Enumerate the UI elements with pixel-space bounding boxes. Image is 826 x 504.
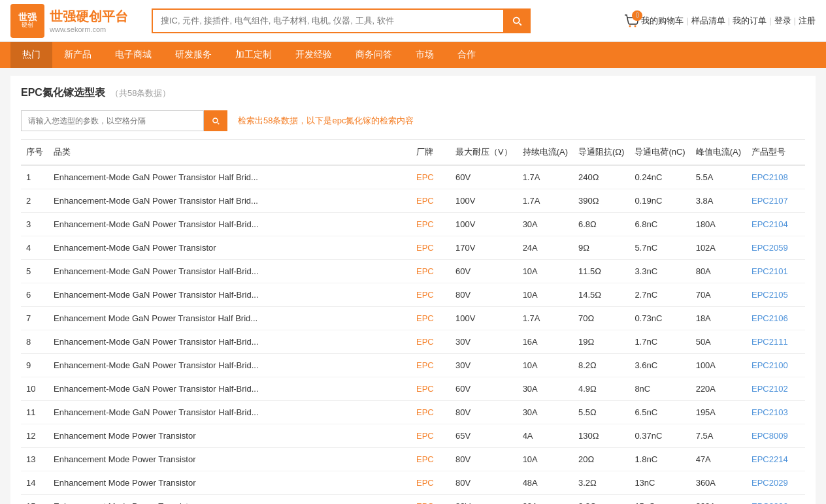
cell-model[interactable]: EPC2100 [746,354,805,377]
cell-resistance: 14.5Ω [573,283,629,307]
cell-brand[interactable]: EPC [411,330,450,354]
nav-item-shop[interactable]: 电子商城 [103,42,163,68]
cell-brand[interactable]: EPC [411,213,450,236]
th-category: 品类 [48,140,411,166]
cell-model[interactable]: EPC2059 [746,236,805,260]
cell-resistance: 5.5Ω [573,401,629,424]
cell-brand[interactable]: EPC [411,471,450,495]
nav-item-new[interactable]: 新产品 [52,42,103,68]
cell-brand[interactable]: EPC [411,260,450,283]
cell-resistance: 6.8Ω [573,213,629,236]
cell-model[interactable]: EPC2108 [746,165,805,189]
nav-item-market[interactable]: 市场 [404,42,446,68]
nav-item-experience[interactable]: 开发经验 [284,42,344,68]
logo-text-main: 世强硬创平台 [50,8,128,25]
cell-model[interactable]: EPC2104 [746,213,805,236]
result-prefix: 检索出 [238,116,263,125]
table-row: 14 Enhancement Mode Power Transistor EPC… [21,471,805,495]
table-row: 12 Enhancement Mode Power Transistor EPC… [21,424,805,448]
cell-model[interactable]: EPC2029 [746,471,805,495]
register-link[interactable]: 注册 [799,15,816,27]
nav-item-rd[interactable]: 研发服务 [163,42,223,68]
th-model: 产品型号 [746,140,805,166]
cell-charge: 1.8nC [629,448,690,471]
table-row: 1 Enhancement-Mode GaN Power Transistor … [21,165,805,189]
cell-model[interactable]: EPC2102 [746,377,805,401]
cell-brand[interactable]: EPC [411,189,450,213]
cart-button[interactable]: 0 我的购物车 [624,14,684,27]
cell-peak: 102A [691,236,746,260]
cell-current: 24A [518,236,573,260]
cell-category: Enhancement Mode Power Transistor [48,471,411,495]
cell-brand[interactable]: EPC [411,377,450,401]
nav-item-hot[interactable]: 热门 [10,42,52,68]
login-link[interactable]: 登录 [774,15,791,27]
result-keyword[interactable]: epc氮化镓 [332,116,371,125]
cell-brand[interactable]: EPC [411,283,450,307]
cell-peak: 3.8A [691,189,746,213]
cell-resistance: 130Ω [573,424,629,448]
cell-brand[interactable]: EPC [411,424,450,448]
cell-peak: 195A [691,401,746,424]
cart-label[interactable]: 我的购物车 [641,15,684,27]
sample-link[interactable]: 样品清单 [691,15,725,27]
cell-brand[interactable]: EPC [411,307,450,330]
search-area [152,8,531,33]
cell-category: Enhancement-Mode GaN Power Transistor Ha… [48,330,411,354]
cell-model[interactable]: EPC2103 [746,401,805,424]
cell-voltage: 170V [450,236,518,260]
cell-model[interactable]: EPC2206 [746,495,805,505]
cell-model[interactable]: EPC2214 [746,448,805,471]
cell-category: Enhancement-Mode GaN Power Transistor Ha… [48,260,411,283]
separator4: | [794,16,796,25]
cell-charge: 6.5nC [629,401,690,424]
cell-brand[interactable]: EPC [411,448,450,471]
cell-brand[interactable]: EPC [411,354,450,377]
cell-model[interactable]: EPC2111 [746,330,805,354]
cell-brand[interactable]: EPC [411,401,450,424]
cell-category: Enhancement-Mode GaN Power Transistor Ha… [48,377,411,401]
nav-item-custom[interactable]: 加工定制 [223,42,284,68]
cell-charge: 0.24nC [629,165,690,189]
cell-resistance: 20Ω [573,448,629,471]
cell-brand[interactable]: EPC [411,165,450,189]
cell-no: 4 [21,236,48,260]
table-row: 3 Enhancement-Mode GaN Power Transistor … [21,213,805,236]
cell-model[interactable]: EPC2106 [746,307,805,330]
cell-brand[interactable]: EPC [411,495,450,505]
cell-no: 9 [21,354,48,377]
th-brand: 厂牌 [411,140,450,166]
cell-voltage: 80V [450,401,518,424]
cell-model[interactable]: EPC8009 [746,424,805,448]
cell-model[interactable]: EPC2101 [746,260,805,283]
cell-current: 10A [518,283,573,307]
cell-brand[interactable]: EPC [411,236,450,260]
table-row: 7 Enhancement Mode GaN Power Transistor … [21,307,805,330]
cell-no: 11 [21,401,48,424]
cell-charge: 15nC [629,495,690,505]
cell-charge: 6.8nC [629,213,690,236]
search-button[interactable] [503,8,531,33]
cell-no: 12 [21,424,48,448]
order-link[interactable]: 我的订单 [733,15,767,27]
search-input[interactable] [152,8,503,33]
cell-resistance: 8.2Ω [573,354,629,377]
nav-item-business[interactable]: 商务问答 [344,42,404,68]
separator1: | [686,16,688,25]
nav-item-coop[interactable]: 合作 [446,42,487,68]
page-subtitle: （共58条数据） [110,87,171,99]
filter-input[interactable] [21,110,204,131]
table-row: 5 Enhancement-Mode GaN Power Transistor … [21,260,805,283]
cell-resistance: 2.2Ω [573,495,629,505]
cell-no: 10 [21,377,48,401]
cell-no: 13 [21,448,48,471]
cell-model[interactable]: EPC2107 [746,189,805,213]
cell-charge: 3.3nC [629,260,690,283]
cell-peak: 5.5A [691,165,746,189]
cell-no: 5 [21,260,48,283]
cell-no: 15 [21,495,48,505]
cell-voltage: 100V [450,213,518,236]
filter-button[interactable] [204,110,227,131]
cell-resistance: 4.9Ω [573,377,629,401]
cell-model[interactable]: EPC2105 [746,283,805,307]
